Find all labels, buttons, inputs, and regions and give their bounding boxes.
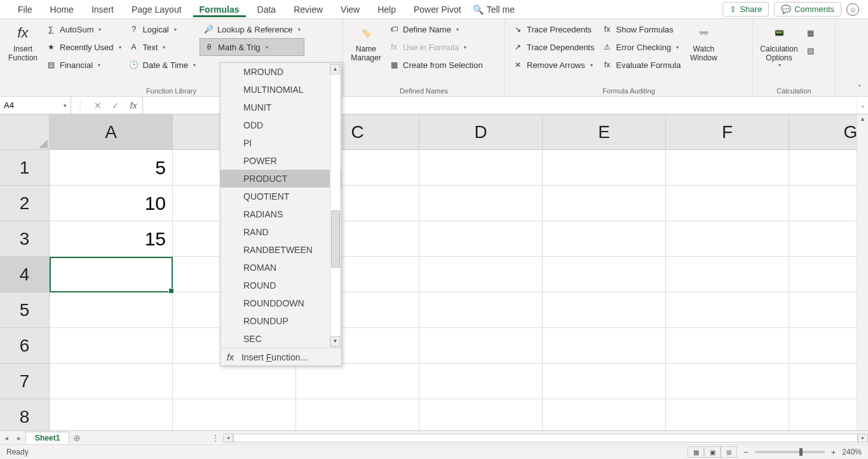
cell-E3[interactable] bbox=[543, 221, 666, 257]
sheet-tab-sheet1[interactable]: Sheet1 bbox=[25, 432, 69, 444]
calc-now-button[interactable]: ▦ bbox=[801, 24, 819, 42]
lookup-button[interactable]: 🔎Lookup & Reference▾ bbox=[200, 20, 304, 38]
cell-A7[interactable] bbox=[50, 364, 173, 399]
cell-D6[interactable] bbox=[419, 328, 543, 364]
show-formulas-button[interactable]: fxShow Formulas bbox=[598, 20, 684, 38]
name-manager-button[interactable]: 🏷️ Name Manager bbox=[347, 20, 385, 86]
dropdown-scrollbar[interactable]: ▲ ▼ bbox=[330, 64, 341, 347]
row-header-4[interactable]: 4 bbox=[0, 257, 50, 292]
hscroll-left-button[interactable]: ◂ bbox=[223, 434, 233, 442]
insert-function-menu-item[interactable]: fx Insert Function... bbox=[220, 348, 341, 366]
remove-arrows-button[interactable]: ✕Remove Arrows▾ bbox=[509, 56, 598, 74]
sheet-nav-prev[interactable]: ◂ bbox=[0, 434, 13, 442]
cell-F8[interactable] bbox=[666, 399, 789, 430]
sheet-nav-next[interactable]: ▸ bbox=[13, 434, 25, 442]
cell-F6[interactable] bbox=[666, 328, 789, 364]
watch-window-button[interactable]: 👓 Watch Window bbox=[684, 20, 722, 86]
menu-item-mround[interactable]: MROUND bbox=[220, 63, 341, 81]
datetime-button[interactable]: 🕒Date & Time▾ bbox=[125, 56, 200, 74]
cell-D2[interactable] bbox=[419, 186, 543, 221]
cell-D4[interactable] bbox=[419, 257, 543, 292]
autosum-button[interactable]: ∑AutoSum▾ bbox=[42, 20, 125, 38]
cell-B8[interactable] bbox=[173, 399, 296, 430]
tell-me-search[interactable]: 🔍 Tell me bbox=[473, 4, 515, 15]
evaluate-formula-button[interactable]: fxEvaluate Formula bbox=[598, 56, 684, 74]
cell-F3[interactable] bbox=[666, 221, 789, 257]
cell-A2[interactable]: 10 bbox=[50, 186, 173, 221]
fx-button[interactable]: fx bbox=[125, 100, 142, 111]
zoom-out-button[interactable]: − bbox=[743, 448, 749, 457]
tab-home[interactable]: Home bbox=[44, 2, 80, 17]
create-from-selection-button[interactable]: ▦Create from Selection bbox=[385, 56, 487, 74]
menu-item-power[interactable]: POWER bbox=[220, 152, 341, 170]
financial-button[interactable]: ▤Financial▾ bbox=[42, 56, 125, 74]
cell-D7[interactable] bbox=[419, 364, 543, 399]
zoom-level[interactable]: 240% bbox=[842, 448, 862, 456]
menu-item-odd[interactable]: ODD bbox=[220, 116, 341, 134]
column-header-D[interactable]: D bbox=[419, 114, 543, 150]
menu-item-round[interactable]: ROUND bbox=[220, 277, 341, 294]
menu-item-multinomial[interactable]: MULTINOMIAL bbox=[220, 81, 341, 99]
vertical-scrollbar[interactable]: ▲ bbox=[857, 114, 868, 430]
define-name-button[interactable]: 🏷Define Name▾ bbox=[385, 20, 487, 38]
cell-A8[interactable] bbox=[50, 399, 173, 430]
cell-D1[interactable] bbox=[419, 150, 543, 186]
menu-item-rand[interactable]: RAND bbox=[220, 223, 341, 241]
cell-D3[interactable] bbox=[419, 221, 543, 257]
row-header-8[interactable]: 8 bbox=[0, 399, 50, 430]
tab-insert[interactable]: Insert bbox=[85, 2, 120, 17]
menu-item-product[interactable]: PRODUCT bbox=[220, 170, 341, 188]
cancel-formula-button[interactable]: ✕ bbox=[89, 100, 107, 111]
column-header-F[interactable]: F bbox=[666, 114, 789, 150]
cell-D5[interactable] bbox=[419, 292, 543, 328]
cell-A1[interactable]: 5 bbox=[50, 150, 173, 186]
tab-page-layout[interactable]: Page Layout bbox=[125, 2, 188, 17]
zoom-in-button[interactable]: + bbox=[831, 448, 836, 457]
cell-E4[interactable] bbox=[543, 257, 666, 292]
normal-view-button[interactable]: ▦ bbox=[688, 446, 704, 458]
calc-sheet-button[interactable]: ▤ bbox=[801, 42, 819, 60]
menu-item-radians[interactable]: RADIANS bbox=[220, 205, 341, 223]
share-button[interactable]: ⇪ Share bbox=[722, 2, 769, 17]
trace-dependents-button[interactable]: ↗Trace Dependents bbox=[509, 38, 598, 56]
accept-formula-button[interactable]: ✓ bbox=[107, 100, 125, 111]
page-layout-view-button[interactable]: ▣ bbox=[704, 446, 721, 458]
cell-F4[interactable] bbox=[666, 257, 789, 292]
cell-D8[interactable] bbox=[419, 399, 543, 430]
menu-item-roman[interactable]: ROMAN bbox=[220, 259, 341, 277]
cell-E2[interactable] bbox=[543, 186, 666, 221]
menu-item-roundup[interactable]: ROUNDUP bbox=[220, 312, 341, 330]
select-all-corner[interactable] bbox=[0, 114, 50, 150]
page-break-view-button[interactable]: ⊞ bbox=[721, 446, 737, 458]
cell-C7[interactable] bbox=[296, 364, 419, 399]
cell-F7[interactable] bbox=[666, 364, 789, 399]
comments-button[interactable]: 💬 Comments bbox=[774, 2, 841, 17]
zoom-slider[interactable] bbox=[755, 451, 825, 453]
column-header-A[interactable]: A bbox=[50, 114, 173, 150]
menu-item-sec[interactable]: SEC bbox=[220, 330, 341, 348]
error-checking-button[interactable]: ⚠Error Checking▾ bbox=[598, 38, 684, 56]
trace-precedents-button[interactable]: ↘Trace Precedents bbox=[509, 20, 598, 38]
cell-E5[interactable] bbox=[543, 292, 666, 328]
row-header-3[interactable]: 3 bbox=[0, 221, 50, 257]
text-button[interactable]: AText▾ bbox=[125, 38, 200, 56]
add-sheet-button[interactable]: ⊕ bbox=[69, 433, 85, 443]
menu-item-munit[interactable]: MUNIT bbox=[220, 99, 341, 116]
cell-F2[interactable] bbox=[666, 186, 789, 221]
row-header-6[interactable]: 6 bbox=[0, 328, 50, 364]
cell-E6[interactable] bbox=[543, 328, 666, 364]
cell-F5[interactable] bbox=[666, 292, 789, 328]
tab-file[interactable]: File bbox=[11, 2, 39, 17]
tab-power-pivot[interactable]: Power Pivot bbox=[407, 2, 468, 17]
insert-function-button[interactable]: fx Insert Function bbox=[4, 20, 42, 86]
cell-F1[interactable] bbox=[666, 150, 789, 186]
recently-used-button[interactable]: ★Recently Used▾ bbox=[42, 38, 125, 56]
cell-E7[interactable] bbox=[543, 364, 666, 399]
cell-A6[interactable] bbox=[50, 328, 173, 364]
row-header-2[interactable]: 2 bbox=[0, 186, 50, 221]
horizontal-scrollbar[interactable] bbox=[233, 434, 858, 442]
dd-scroll-down-button[interactable]: ▼ bbox=[330, 336, 340, 346]
menu-item-randbetween[interactable]: RANDBETWEEN bbox=[220, 241, 341, 259]
cell-A5[interactable] bbox=[50, 292, 173, 328]
row-header-7[interactable]: 7 bbox=[0, 364, 50, 399]
